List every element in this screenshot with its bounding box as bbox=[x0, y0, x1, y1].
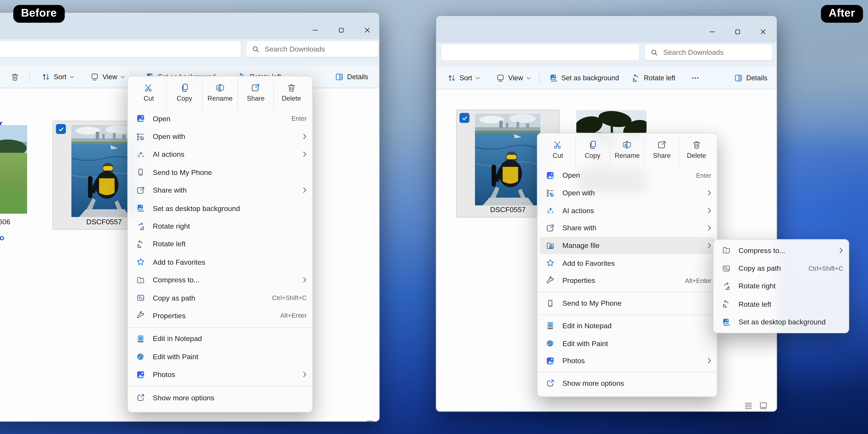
chevron-right-icon bbox=[707, 207, 711, 213]
sort-button[interactable]: Sort bbox=[39, 66, 76, 88]
share-button[interactable]: Share bbox=[238, 80, 273, 110]
chevron-right-icon bbox=[303, 277, 307, 283]
selection-checkbox[interactable] bbox=[460, 113, 469, 123]
menu-item-share-with[interactable]: Share with bbox=[537, 219, 717, 237]
menu-item-properties[interactable]: PropertiesAlt+Enter bbox=[537, 272, 717, 289]
search-box[interactable] bbox=[645, 44, 773, 61]
context-menu-after: Cut Copy Rename Share Delete OpenEnter O… bbox=[537, 133, 717, 397]
rename-button[interactable]: Rename bbox=[610, 137, 644, 166]
menu-item-photos[interactable]: Photos bbox=[128, 366, 312, 383]
menu-item-show-more-options[interactable]: Show more options bbox=[537, 374, 717, 392]
cut-button[interactable]: Cut bbox=[541, 137, 575, 166]
cut-icon bbox=[144, 83, 153, 92]
address-bar[interactable]: ls bbox=[0, 40, 241, 58]
phone-icon bbox=[546, 299, 555, 308]
menu-item-open-with[interactable]: Open with bbox=[537, 184, 717, 202]
more-options-button[interactable] bbox=[689, 67, 702, 89]
submenu-item-copy-as-path[interactable]: Copy as pathCtrl+Shift+C bbox=[714, 259, 849, 277]
delete-button[interactable]: Delete bbox=[679, 137, 713, 166]
list-view-toggle[interactable] bbox=[742, 401, 754, 411]
menu-item-share-with[interactable]: Share with bbox=[128, 181, 312, 199]
list-view-toggle[interactable] bbox=[349, 419, 361, 422]
cut-button[interactable]: Cut bbox=[131, 80, 166, 110]
selection-checkbox[interactable] bbox=[56, 124, 66, 134]
menu-item-edit-with-paint[interactable]: Edit with Paint bbox=[128, 348, 312, 366]
rotate-left-icon bbox=[632, 73, 641, 83]
minimize-button[interactable] bbox=[703, 24, 721, 39]
menu-item-open[interactable]: OpenEnter bbox=[537, 166, 717, 184]
menu-item-add-to-favorites[interactable]: Add to Favorites bbox=[128, 253, 312, 271]
titlebar[interactable] bbox=[436, 16, 777, 42]
search-box[interactable] bbox=[246, 40, 379, 58]
close-button[interactable] bbox=[753, 24, 772, 39]
file-thumbnail-golf[interactable] bbox=[0, 125, 27, 214]
sort-icon bbox=[447, 73, 456, 83]
set-background-button[interactable]: Set as background bbox=[547, 67, 621, 89]
menu-item-rotate-left[interactable]: Rotate left bbox=[128, 235, 312, 253]
menu-item-compress-to[interactable]: Compress to... bbox=[128, 271, 312, 289]
rotate-right-icon bbox=[722, 282, 731, 291]
rename-button[interactable]: Rename bbox=[202, 80, 238, 110]
search-input[interactable] bbox=[265, 45, 373, 53]
rotate-left-icon bbox=[136, 240, 145, 248]
chevron-down-icon bbox=[121, 75, 125, 79]
menu-item-photos[interactable]: Photos bbox=[537, 352, 717, 370]
search-input[interactable] bbox=[663, 48, 767, 57]
menu-item-edit-with-paint[interactable]: Edit with Paint bbox=[537, 334, 717, 352]
menu-item-send-to-phone[interactable]: Send to My Phone bbox=[537, 294, 717, 312]
toolbar-divider bbox=[29, 70, 30, 84]
view-button[interactable]: View bbox=[88, 66, 127, 88]
thumbnail-view-toggle[interactable] bbox=[364, 419, 376, 422]
chevron-down-icon bbox=[526, 76, 531, 80]
menu-item-properties[interactable]: PropertiesAlt+Enter bbox=[128, 307, 312, 325]
menu-item-edit-in-notepad[interactable]: Edit in Notepad bbox=[128, 330, 312, 347]
minimize-icon bbox=[312, 27, 318, 33]
check-icon bbox=[58, 126, 64, 132]
copy-button[interactable]: Copy bbox=[575, 137, 610, 166]
delete-button[interactable]: Delete bbox=[273, 80, 309, 110]
menu-item-ai-actions[interactable]: AI actions bbox=[537, 202, 717, 219]
rotate-right-icon bbox=[136, 222, 145, 231]
cut-icon bbox=[553, 140, 563, 150]
menu-item-edit-in-notepad[interactable]: Edit in Notepad bbox=[537, 317, 717, 334]
wrench-icon bbox=[546, 276, 555, 285]
menu-item-open[interactable]: OpenEnter bbox=[128, 110, 312, 127]
photos-app-icon bbox=[546, 356, 555, 365]
zip-folder-icon bbox=[136, 275, 145, 284]
menu-item-add-to-favorites[interactable]: Add to Favorites bbox=[537, 254, 717, 272]
menu-item-rotate-right[interactable]: Rotate right bbox=[128, 217, 312, 235]
submenu-item-compress-to[interactable]: Compress to... bbox=[714, 241, 849, 259]
menu-item-ai-actions[interactable]: AI actions bbox=[128, 146, 312, 163]
copy-button[interactable]: Copy bbox=[166, 80, 202, 110]
menu-item-open-with[interactable]: Open with bbox=[128, 128, 312, 146]
share-button[interactable]: Share bbox=[644, 137, 679, 166]
command-bar: Cut Copy Rename Share Delete bbox=[537, 134, 717, 166]
menu-item-copy-as-path[interactable]: Copy as pathCtrl+Shift+C bbox=[128, 289, 312, 307]
menu-item-manage-file[interactable]: Manage file bbox=[540, 237, 715, 254]
menu-item-send-to-phone[interactable]: Send to My Phone bbox=[128, 163, 312, 181]
paint-icon bbox=[136, 352, 145, 361]
thumbnail-view-toggle[interactable] bbox=[757, 401, 770, 411]
menu-separator bbox=[128, 327, 312, 328]
maximize-button[interactable] bbox=[332, 23, 350, 37]
wrench-icon bbox=[136, 311, 145, 320]
zip-folder-icon bbox=[722, 246, 731, 255]
view-icon bbox=[496, 73, 505, 83]
maximize-button[interactable] bbox=[728, 24, 747, 39]
view-button[interactable]: View bbox=[494, 67, 533, 89]
submenu-item-rotate-left[interactable]: Rotate left bbox=[714, 295, 849, 313]
sort-button[interactable]: Sort bbox=[445, 67, 482, 89]
minimize-button[interactable] bbox=[306, 23, 324, 37]
details-button[interactable]: Details bbox=[732, 67, 770, 89]
rename-icon bbox=[622, 140, 632, 150]
submenu-item-set-desktop-background[interactable]: Set as desktop background bbox=[714, 313, 849, 331]
address-bar[interactable] bbox=[440, 44, 640, 61]
details-button[interactable]: Details bbox=[333, 66, 370, 88]
submenu-item-rotate-right[interactable]: Rotate right bbox=[714, 277, 849, 295]
rotate-left-button[interactable]: Rotate left bbox=[629, 67, 678, 89]
menu-item-show-more-options[interactable]: Show more options bbox=[128, 389, 312, 406]
photos-app-icon bbox=[136, 114, 145, 123]
menu-item-set-desktop-background[interactable]: Set as desktop background bbox=[128, 199, 312, 217]
close-button[interactable] bbox=[358, 23, 376, 37]
delete-toolbar-button[interactable] bbox=[8, 66, 22, 88]
